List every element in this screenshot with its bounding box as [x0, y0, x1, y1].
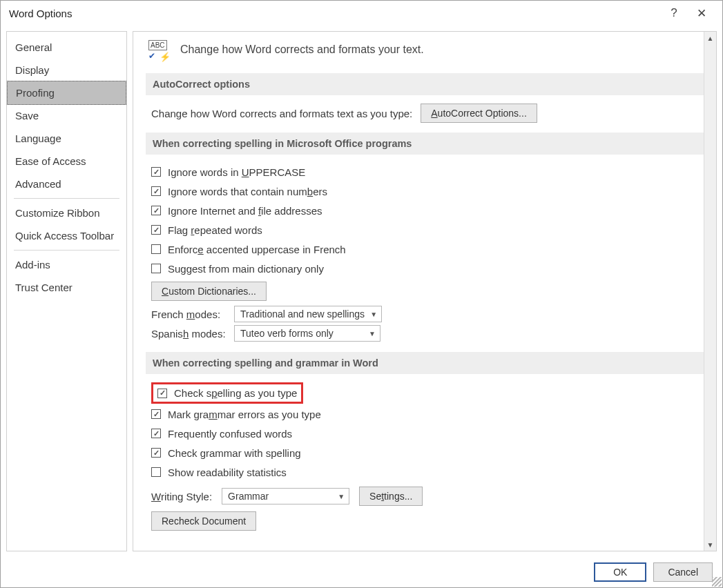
sidebar-item-ease[interactable]: Ease of Access: [7, 150, 126, 173]
sidebar-item-proofing[interactable]: Proofing: [7, 81, 126, 105]
section-office-spelling: When correcting spelling in Microsoft Of…: [146, 133, 704, 155]
sidebar-item-display[interactable]: Display: [7, 59, 126, 81]
writing-style-select[interactable]: Grammar▼: [222, 488, 349, 504]
section-autocorrect: AutoCorrect options: [146, 73, 704, 95]
chk-ignore-numbers[interactable]: [151, 186, 161, 196]
french-modes-label: French modes:: [151, 308, 227, 320]
chk-main-dict[interactable]: [151, 264, 161, 273]
content-area: ABC ✔ ⚡ Change how Word corrects and for…: [133, 32, 716, 551]
title-bar: Word Options ? ✕: [1, 1, 722, 26]
chk-readability[interactable]: [151, 467, 161, 477]
dialog-body: General Display Proofing Save Language E…: [1, 26, 722, 557]
sidebar-item-qat[interactable]: Quick Access Toolbar: [7, 224, 126, 247]
sidebar-item-custribbon[interactable]: Customize Ribbon: [7, 202, 126, 224]
autocorrect-desc: Change how Word corrects and formats tex…: [151, 108, 412, 119]
dialog-footer: OK Cancel: [1, 557, 722, 587]
autocorrect-options-button[interactable]: AutoCorrect Options...: [421, 104, 537, 123]
main-panel: ABC ✔ ⚡ Change how Word corrects and for…: [133, 31, 717, 551]
section-word-spelling: When correcting spelling and grammar in …: [146, 352, 704, 374]
lbl-flag-repeated: Flag repeated words: [168, 224, 262, 236]
chk-ignore-uppercase[interactable]: [151, 167, 161, 177]
recheck-document-button[interactable]: Recheck Document: [151, 511, 256, 531]
sidebar: General Display Proofing Save Language E…: [6, 31, 127, 551]
chk-ignore-internet[interactable]: [151, 206, 161, 215]
lbl-main-dict: Suggest from main dictionary only: [168, 263, 324, 275]
lbl-grammar-spelling: Check grammar with spelling: [168, 447, 301, 459]
page-header: ABC ✔ ⚡ Change how Word corrects and for…: [146, 32, 704, 69]
scrollbar[interactable]: ▲ ▼: [704, 32, 716, 551]
scroll-up-icon[interactable]: ▲: [704, 32, 716, 44]
sidebar-item-addins[interactable]: Add-ins: [7, 253, 126, 276]
ok-button[interactable]: OK: [594, 562, 646, 582]
lbl-readability: Show readability statistics: [168, 467, 287, 478]
chk-flag-repeated[interactable]: [151, 225, 161, 235]
chk-enforce-accent[interactable]: [151, 244, 161, 254]
lbl-check-spelling: Check spelling as you type: [174, 387, 297, 399]
sidebar-item-language[interactable]: Language: [7, 127, 126, 150]
sidebar-item-general[interactable]: General: [7, 36, 126, 59]
chk-grammar-spelling[interactable]: [151, 448, 161, 458]
help-icon[interactable]: ?: [660, 6, 688, 20]
writing-style-label: Writing Style:: [151, 491, 212, 502]
scroll-down-icon[interactable]: ▼: [704, 538, 716, 551]
lbl-ignore-uppercase: Ignore words in UPPERCASE: [168, 166, 305, 178]
chevron-down-icon: ▼: [369, 330, 376, 337]
highlight-check-spelling: Check spelling as you type: [151, 382, 303, 404]
lbl-mark-grammar: Mark grammar errors as you type: [168, 409, 321, 420]
chk-check-spelling[interactable]: [157, 389, 167, 398]
page-header-text: Change how Word corrects and formats you…: [180, 43, 424, 56]
sidebar-item-save[interactable]: Save: [7, 104, 126, 127]
lbl-freq-confused: Frequently confused words: [168, 428, 292, 440]
word-options-dialog: Word Options ? ✕ General Display Proofin…: [0, 0, 723, 588]
sidebar-item-advanced[interactable]: Advanced: [7, 173, 126, 195]
close-icon[interactable]: ✕: [688, 6, 715, 21]
chk-freq-confused[interactable]: [151, 429, 161, 438]
sidebar-separator: [14, 250, 119, 251]
chk-mark-grammar[interactable]: [151, 409, 161, 419]
proofing-icon: ABC ✔ ⚡: [148, 40, 172, 59]
spanish-modes-label: Spanish modes:: [151, 328, 227, 340]
lbl-ignore-numbers: Ignore words that contain numbers: [168, 186, 327, 197]
cancel-button[interactable]: Cancel: [653, 562, 713, 582]
spanish-modes-select[interactable]: Tuteo verb forms only▼: [234, 325, 380, 342]
resize-grip-icon[interactable]: [712, 577, 722, 587]
chevron-down-icon: ▼: [338, 493, 345, 500]
french-modes-select[interactable]: Traditional and new spellings▼: [234, 306, 382, 322]
lbl-enforce-accent: Enforce accented uppercase in French: [168, 244, 346, 255]
lbl-ignore-internet: Ignore Internet and file addresses: [168, 205, 322, 217]
chevron-down-icon: ▼: [370, 311, 377, 318]
custom-dictionaries-button[interactable]: Custom Dictionaries...: [151, 282, 267, 301]
settings-button[interactable]: Settings...: [359, 487, 423, 506]
sidebar-item-trust[interactable]: Trust Center: [7, 276, 126, 299]
dialog-title: Word Options: [8, 8, 660, 19]
sidebar-separator: [14, 198, 119, 199]
